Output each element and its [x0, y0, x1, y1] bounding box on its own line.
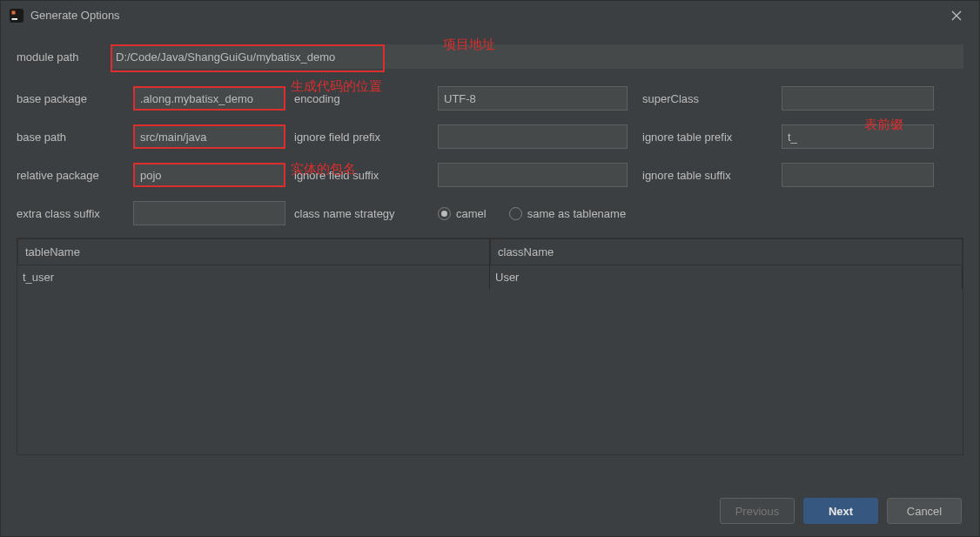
ignore-field-prefix-input[interactable] [438, 124, 628, 149]
encoding-label: encoding [294, 92, 438, 105]
base-package-input[interactable] [133, 86, 285, 111]
radio-same-as-tablename[interactable]: same as tablename [509, 207, 626, 220]
close-button[interactable] [943, 2, 970, 30]
next-button[interactable]: Next [803, 498, 878, 524]
relative-package-input[interactable] [133, 163, 285, 187]
cell-classname: User [490, 265, 963, 289]
table: tableName className t_user User [17, 238, 963, 455]
relative-package-label: relative package [17, 169, 133, 182]
base-path-input[interactable] [133, 124, 285, 149]
table-header: tableName className [17, 238, 963, 265]
ignore-table-suffix-input[interactable] [782, 163, 934, 187]
cell-tablename: t_user [17, 265, 490, 289]
previous-button[interactable]: Previous [720, 498, 795, 524]
ignore-table-prefix-label: ignore table prefix [642, 131, 782, 144]
ignore-field-suffix-input[interactable] [438, 163, 628, 187]
title-bar: Generate Options [1, 1, 979, 30]
dialog-footer: Previous Next Cancel [720, 498, 962, 524]
radio-same-label: same as tablename [527, 207, 626, 220]
class-name-strategy-label: class name strategy [294, 207, 438, 220]
ignore-table-prefix-input[interactable] [782, 124, 934, 149]
superclass-label: superClass [642, 92, 782, 105]
radio-camel[interactable]: camel [438, 207, 487, 220]
base-path-label: base path [17, 131, 133, 144]
svg-rect-0 [10, 9, 23, 23]
table-header-classname[interactable]: className [490, 238, 963, 265]
module-path-label: module path [17, 50, 111, 64]
table-body: t_user User [17, 265, 963, 289]
radio-circle-icon [509, 207, 522, 220]
table-row[interactable]: t_user User [17, 265, 963, 289]
extra-class-suffix-input[interactable] [133, 201, 285, 225]
module-path-input[interactable] [111, 44, 963, 69]
superclass-input[interactable] [782, 86, 934, 111]
base-package-label: base package [17, 92, 133, 105]
ignore-field-prefix-label: ignore field prefix [294, 131, 438, 144]
ignore-table-suffix-label: ignore table suffix [642, 169, 782, 182]
ignore-field-suffix-label: ignore field suffix [294, 169, 438, 182]
app-icon [10, 9, 23, 23]
radio-circle-icon [438, 207, 451, 220]
dialog-generate-options: Generate Options module path base packag… [0, 0, 980, 537]
cancel-button[interactable]: Cancel [887, 498, 962, 524]
radio-camel-label: camel [456, 207, 487, 220]
window-title: Generate Options [30, 9, 120, 22]
extra-class-suffix-label: extra class suffix [17, 207, 133, 220]
encoding-input[interactable] [438, 86, 628, 111]
table-header-tablename[interactable]: tableName [17, 238, 490, 265]
form-area: module path base package encoding superC… [1, 30, 979, 227]
svg-rect-1 [12, 10, 16, 14]
svg-rect-2 [12, 18, 18, 20]
